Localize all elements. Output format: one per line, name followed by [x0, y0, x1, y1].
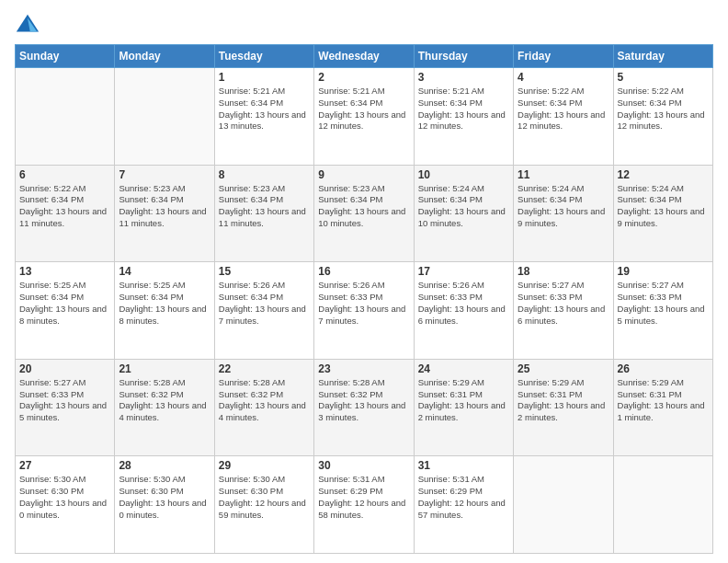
day-number: 14	[119, 265, 210, 278]
calendar-cell: 5Sunrise: 5:22 AM Sunset: 6:34 PM Daylig…	[613, 68, 712, 166]
day-info: Sunrise: 5:30 AM Sunset: 6:30 PM Dayligh…	[119, 474, 210, 521]
day-number: 15	[219, 265, 310, 278]
day-info: Sunrise: 5:26 AM Sunset: 6:33 PM Dayligh…	[418, 280, 509, 327]
calendar-week-5: 27Sunrise: 5:30 AM Sunset: 6:30 PM Dayli…	[16, 456, 713, 554]
day-info: Sunrise: 5:30 AM Sunset: 6:30 PM Dayligh…	[219, 474, 310, 521]
calendar-cell: 12Sunrise: 5:24 AM Sunset: 6:34 PM Dayli…	[613, 165, 712, 262]
calendar-week-3: 13Sunrise: 5:25 AM Sunset: 6:34 PM Dayli…	[16, 262, 713, 360]
calendar-cell: 20Sunrise: 5:27 AM Sunset: 6:33 PM Dayli…	[16, 359, 115, 456]
day-number: 5	[618, 71, 709, 84]
calendar-cell: 18Sunrise: 5:27 AM Sunset: 6:33 PM Dayli…	[514, 262, 613, 360]
day-info: Sunrise: 5:29 AM Sunset: 6:31 PM Dayligh…	[618, 377, 709, 424]
day-number: 10	[418, 168, 509, 181]
day-number: 28	[119, 459, 210, 472]
calendar-week-4: 20Sunrise: 5:27 AM Sunset: 6:33 PM Dayli…	[16, 359, 713, 456]
calendar-cell: 29Sunrise: 5:30 AM Sunset: 6:30 PM Dayli…	[214, 456, 313, 554]
day-info: Sunrise: 5:26 AM Sunset: 6:33 PM Dayligh…	[318, 280, 409, 327]
day-info: Sunrise: 5:29 AM Sunset: 6:31 PM Dayligh…	[518, 377, 609, 424]
day-info: Sunrise: 5:25 AM Sunset: 6:34 PM Dayligh…	[19, 280, 110, 327]
day-number: 19	[618, 265, 709, 278]
day-info: Sunrise: 5:22 AM Sunset: 6:34 PM Dayligh…	[19, 183, 110, 230]
day-number: 2	[318, 71, 409, 84]
day-number: 20	[19, 362, 110, 375]
day-info: Sunrise: 5:28 AM Sunset: 6:32 PM Dayligh…	[219, 377, 310, 424]
day-number: 16	[318, 265, 409, 278]
weekday-sunday: Sunday	[16, 45, 115, 68]
day-info: Sunrise: 5:25 AM Sunset: 6:34 PM Dayligh…	[119, 280, 210, 327]
calendar-cell: 3Sunrise: 5:21 AM Sunset: 6:34 PM Daylig…	[414, 68, 513, 166]
day-info: Sunrise: 5:23 AM Sunset: 6:34 PM Dayligh…	[318, 183, 409, 230]
calendar-cell: 10Sunrise: 5:24 AM Sunset: 6:34 PM Dayli…	[414, 165, 513, 262]
calendar-cell: 8Sunrise: 5:23 AM Sunset: 6:34 PM Daylig…	[214, 165, 313, 262]
day-number: 27	[19, 459, 110, 472]
day-number: 12	[618, 168, 709, 181]
day-number: 25	[518, 362, 609, 375]
day-info: Sunrise: 5:27 AM Sunset: 6:33 PM Dayligh…	[618, 280, 709, 327]
day-number: 7	[119, 168, 210, 181]
day-info: Sunrise: 5:22 AM Sunset: 6:34 PM Dayligh…	[618, 86, 709, 132]
day-info: Sunrise: 5:23 AM Sunset: 6:34 PM Dayligh…	[119, 183, 210, 230]
day-info: Sunrise: 5:27 AM Sunset: 6:33 PM Dayligh…	[19, 377, 110, 424]
calendar-cell: 27Sunrise: 5:30 AM Sunset: 6:30 PM Dayli…	[16, 456, 115, 554]
logo	[15, 11, 44, 37]
calendar-cell: 24Sunrise: 5:29 AM Sunset: 6:31 PM Dayli…	[414, 359, 513, 456]
weekday-saturday: Saturday	[613, 45, 712, 68]
calendar-cell	[115, 68, 214, 166]
day-info: Sunrise: 5:22 AM Sunset: 6:34 PM Dayligh…	[518, 86, 609, 132]
calendar-cell: 4Sunrise: 5:22 AM Sunset: 6:34 PM Daylig…	[514, 68, 613, 166]
weekday-tuesday: Tuesday	[214, 45, 313, 68]
day-info: Sunrise: 5:21 AM Sunset: 6:34 PM Dayligh…	[418, 86, 509, 132]
day-info: Sunrise: 5:24 AM Sunset: 6:34 PM Dayligh…	[618, 183, 709, 230]
calendar-cell	[514, 456, 613, 554]
calendar-cell: 23Sunrise: 5:28 AM Sunset: 6:32 PM Dayli…	[314, 359, 414, 456]
day-number: 30	[318, 459, 409, 472]
weekday-thursday: Thursday	[414, 45, 513, 68]
calendar-cell: 14Sunrise: 5:25 AM Sunset: 6:34 PM Dayli…	[115, 262, 214, 360]
day-number: 3	[418, 71, 509, 84]
calendar-cell: 21Sunrise: 5:28 AM Sunset: 6:32 PM Dayli…	[115, 359, 214, 456]
calendar-cell: 6Sunrise: 5:22 AM Sunset: 6:34 PM Daylig…	[16, 165, 115, 262]
day-info: Sunrise: 5:30 AM Sunset: 6:30 PM Dayligh…	[19, 474, 110, 521]
day-number: 4	[518, 71, 609, 84]
calendar-cell: 22Sunrise: 5:28 AM Sunset: 6:32 PM Dayli…	[214, 359, 313, 456]
day-number: 26	[618, 362, 709, 375]
day-info: Sunrise: 5:23 AM Sunset: 6:34 PM Dayligh…	[219, 183, 310, 230]
day-number: 11	[518, 168, 609, 181]
calendar-cell: 11Sunrise: 5:24 AM Sunset: 6:34 PM Dayli…	[514, 165, 613, 262]
calendar-cell: 1Sunrise: 5:21 AM Sunset: 6:34 PM Daylig…	[214, 68, 313, 166]
day-number: 17	[418, 265, 509, 278]
calendar-table: SundayMondayTuesdayWednesdayThursdayFrid…	[15, 44, 713, 554]
day-info: Sunrise: 5:27 AM Sunset: 6:33 PM Dayligh…	[518, 280, 609, 327]
day-number: 22	[219, 362, 310, 375]
calendar-cell: 15Sunrise: 5:26 AM Sunset: 6:34 PM Dayli…	[214, 262, 313, 360]
calendar-cell: 7Sunrise: 5:23 AM Sunset: 6:34 PM Daylig…	[115, 165, 214, 262]
day-number: 18	[518, 265, 609, 278]
calendar-cell: 19Sunrise: 5:27 AM Sunset: 6:33 PM Dayli…	[613, 262, 712, 360]
day-number: 8	[219, 168, 310, 181]
day-number: 13	[19, 265, 110, 278]
header	[15, 11, 713, 37]
day-info: Sunrise: 5:28 AM Sunset: 6:32 PM Dayligh…	[119, 377, 210, 424]
calendar-cell: 2Sunrise: 5:21 AM Sunset: 6:34 PM Daylig…	[314, 68, 414, 166]
calendar-cell: 25Sunrise: 5:29 AM Sunset: 6:31 PM Dayli…	[514, 359, 613, 456]
day-info: Sunrise: 5:26 AM Sunset: 6:34 PM Dayligh…	[219, 280, 310, 327]
calendar-cell	[16, 68, 115, 166]
day-number: 24	[418, 362, 509, 375]
day-info: Sunrise: 5:31 AM Sunset: 6:29 PM Dayligh…	[418, 474, 509, 521]
day-number: 6	[19, 168, 110, 181]
calendar-cell: 30Sunrise: 5:31 AM Sunset: 6:29 PM Dayli…	[314, 456, 414, 554]
weekday-wednesday: Wednesday	[314, 45, 414, 68]
day-info: Sunrise: 5:24 AM Sunset: 6:34 PM Dayligh…	[518, 183, 609, 230]
day-number: 9	[318, 168, 409, 181]
day-info: Sunrise: 5:31 AM Sunset: 6:29 PM Dayligh…	[318, 474, 409, 521]
calendar-cell: 31Sunrise: 5:31 AM Sunset: 6:29 PM Dayli…	[414, 456, 513, 554]
logo-icon	[15, 11, 40, 37]
day-number: 21	[119, 362, 210, 375]
calendar-cell: 17Sunrise: 5:26 AM Sunset: 6:33 PM Dayli…	[414, 262, 513, 360]
weekday-friday: Friday	[514, 45, 613, 68]
calendar-week-2: 6Sunrise: 5:22 AM Sunset: 6:34 PM Daylig…	[16, 165, 713, 262]
page: SundayMondayTuesdayWednesdayThursdayFrid…	[0, 0, 728, 563]
calendar-cell: 13Sunrise: 5:25 AM Sunset: 6:34 PM Dayli…	[16, 262, 115, 360]
day-info: Sunrise: 5:21 AM Sunset: 6:34 PM Dayligh…	[318, 86, 409, 132]
day-number: 31	[418, 459, 509, 472]
